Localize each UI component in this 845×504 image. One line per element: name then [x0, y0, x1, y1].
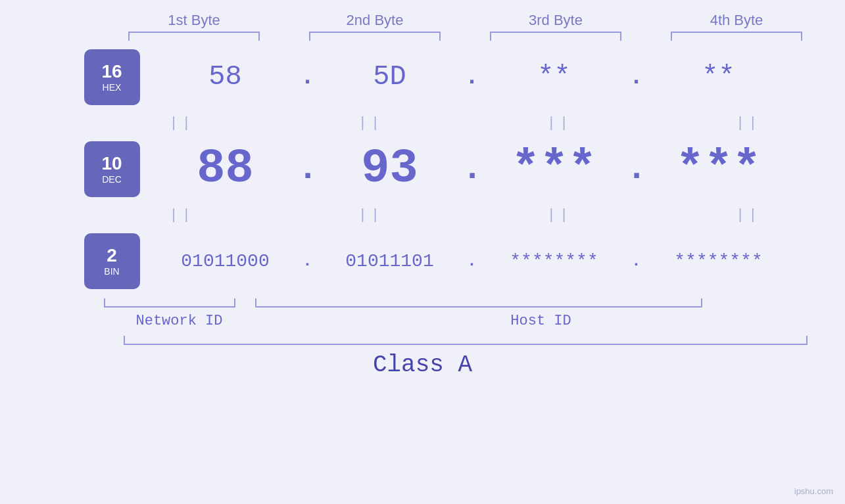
bottom-brackets	[104, 298, 827, 308]
hex-dot2: .	[462, 64, 482, 91]
hex-number: 16	[101, 61, 122, 82]
top-brackets	[104, 32, 827, 41]
dec-values: 88 . 93 . *** . ***	[153, 142, 791, 196]
bin-dot2: .	[462, 252, 482, 270]
bin-dot1: .	[298, 252, 318, 270]
main-container: 1st Byte 2nd Byte 3rd Byte 4th Byte 16 H…	[0, 0, 845, 504]
dec-b3: ***	[482, 142, 627, 196]
dec-b2: 93	[318, 142, 462, 196]
dec-label: DEC	[102, 174, 122, 185]
bin-b4: ********	[646, 251, 791, 271]
eq8: ||	[676, 207, 821, 223]
bin-badge: 2 BIN	[84, 233, 140, 289]
byte2-label: 2nd Byte	[302, 12, 447, 29]
byte-headers: 1st Byte 2nd Byte 3rd Byte 4th Byte	[104, 12, 827, 29]
bin-values: 01011000 . 01011101 . ******** . *******…	[153, 251, 791, 271]
eq6: ||	[299, 207, 443, 223]
class-label: Class A	[0, 352, 845, 378]
hex-b3: **	[482, 61, 627, 93]
bracket-b4	[671, 32, 802, 41]
dec-b4: ***	[646, 142, 791, 196]
dec-dot1: .	[298, 150, 318, 189]
bin-number: 2	[107, 245, 117, 266]
hex-dot1: .	[298, 64, 318, 91]
class-bracket	[124, 336, 808, 345]
bracket-b2	[309, 32, 441, 41]
dec-badge: 10 DEC	[84, 141, 140, 197]
bin-b3: ********	[482, 251, 627, 271]
host-bracket	[255, 298, 702, 308]
bin-b1: 01011000	[153, 251, 298, 271]
hex-b4: **	[646, 61, 791, 93]
bin-row: 2 BIN 01011000 . 01011101 . ******** . *…	[55, 225, 791, 297]
bracket-b1	[128, 32, 260, 41]
equals-row-2: || || || ||	[104, 205, 827, 225]
dec-row: 10 DEC 88 . 93 . *** . ***	[55, 133, 791, 205]
hex-b1: 58	[153, 61, 298, 93]
watermark: ipshu.com	[794, 486, 833, 496]
byte1-label: 1st Byte	[122, 12, 266, 29]
eq7: ||	[487, 207, 632, 223]
network-bracket	[104, 298, 235, 308]
network-id-label: Network ID	[104, 313, 255, 329]
dec-dot3: .	[627, 150, 646, 189]
hex-values: 58 . 5D . ** . **	[153, 61, 791, 93]
eq3: ||	[487, 115, 632, 131]
hex-b2: 5D	[318, 61, 462, 93]
eq1: ||	[110, 115, 254, 131]
eq5: ||	[110, 207, 254, 223]
hex-label: HEX	[103, 82, 122, 93]
hex-dot3: .	[627, 64, 646, 91]
host-id-label: Host ID	[255, 313, 827, 329]
dec-b1: 88	[153, 142, 298, 196]
hex-badge: 16 HEX	[84, 49, 140, 105]
byte3-label: 3rd Byte	[483, 12, 628, 29]
dec-dot2: .	[462, 150, 482, 189]
hex-row: 16 HEX 58 . 5D . ** . **	[55, 41, 791, 113]
bin-dot3: .	[627, 252, 646, 270]
eq4: ||	[676, 115, 821, 131]
bin-b2: 01011101	[318, 251, 462, 271]
dec-number: 10	[101, 153, 122, 174]
eq2: ||	[299, 115, 443, 131]
byte4-label: 4th Byte	[664, 12, 809, 29]
id-labels: Network ID Host ID	[104, 313, 827, 329]
equals-row-1: || || || ||	[104, 113, 827, 133]
bracket-b3	[490, 32, 621, 41]
bin-label: BIN	[104, 266, 119, 277]
